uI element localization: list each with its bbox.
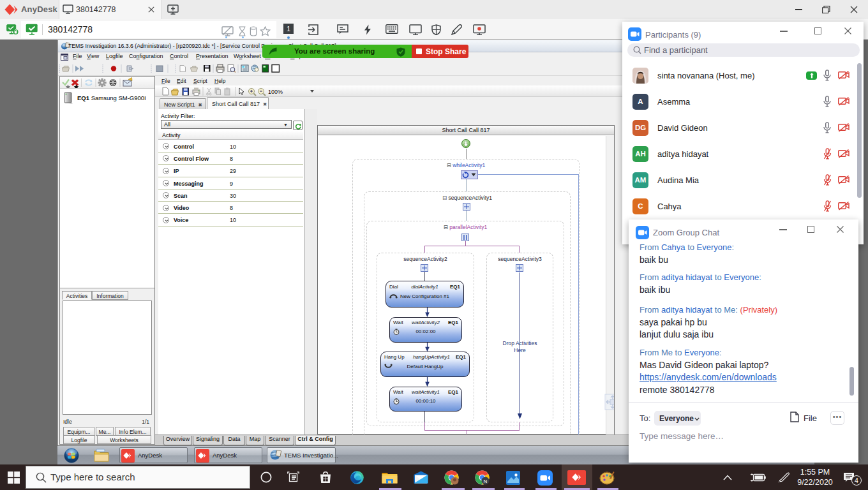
svg-text:100%: 100%	[268, 89, 283, 95]
svg-text:N: N	[484, 479, 488, 484]
